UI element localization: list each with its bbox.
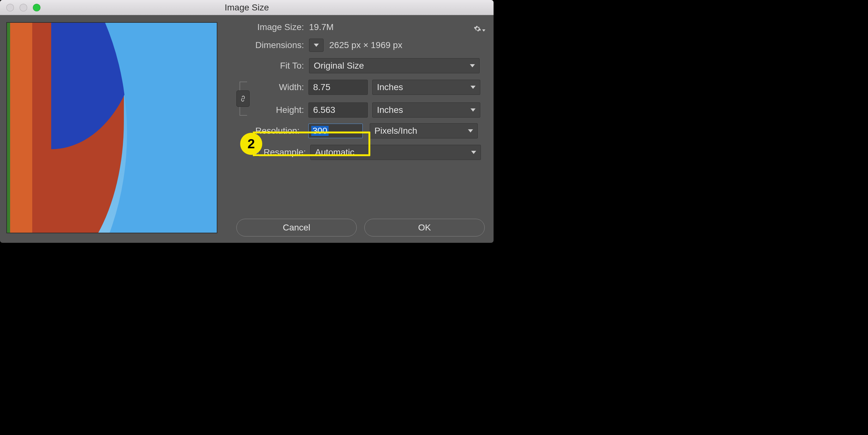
constrain-proportions-button[interactable] xyxy=(236,90,250,107)
resample-label: Resample: xyxy=(264,147,306,157)
settings-panel: Image Size: 19.7M Dimensions: 2625 px × … xyxy=(236,22,487,236)
settings-menu-button[interactable] xyxy=(473,23,485,35)
height-input[interactable]: 6.563 xyxy=(308,103,368,118)
resolution-label: Resolution: xyxy=(255,126,308,136)
fit-to-label: Fit To: xyxy=(236,61,309,71)
chevron-down-icon xyxy=(471,151,476,154)
dialog-buttons: Cancel OK xyxy=(236,219,487,236)
height-row: Height: 6.563 Inches xyxy=(255,103,480,118)
fit-to-row: Fit To: Original Size xyxy=(236,58,487,74)
dialog-body: Image Size: 19.7M Dimensions: 2625 px × … xyxy=(0,15,494,243)
dimensions-unit-dropdown[interactable] xyxy=(309,38,323,52)
window-minimize-button[interactable] xyxy=(20,4,27,11)
chevron-down-icon xyxy=(470,64,475,67)
constrain-proportions-group: Width: 8.75 Inches Height: 6.563 Inches xyxy=(236,80,487,118)
dimensions-label: Dimensions: xyxy=(236,40,309,50)
resolution-unit-select[interactable]: Pixels/Inch xyxy=(370,123,478,139)
chevron-down-icon xyxy=(482,29,485,32)
window-title: Image Size xyxy=(0,3,494,13)
window-controls xyxy=(0,4,40,11)
resample-row: Resample: Automatic xyxy=(255,145,487,160)
titlebar: Image Size xyxy=(0,0,494,15)
ok-button[interactable]: OK xyxy=(364,219,485,236)
dimensions-value: 2625 px × 1969 px xyxy=(329,40,402,50)
window-close-button[interactable] xyxy=(6,4,14,11)
fit-to-select[interactable]: Original Size xyxy=(309,58,480,74)
width-input[interactable]: 8.75 xyxy=(308,80,368,95)
chevron-down-icon xyxy=(470,109,475,112)
resample-select[interactable]: Automatic xyxy=(310,145,481,160)
resolution-input[interactable]: 300 xyxy=(308,124,363,138)
image-preview[interactable] xyxy=(6,22,217,233)
cancel-button[interactable]: Cancel xyxy=(236,219,357,236)
fit-to-value: Original Size xyxy=(314,61,364,71)
image-size-row: Image Size: 19.7M xyxy=(236,22,487,32)
chevron-down-icon xyxy=(470,86,475,89)
width-row: Width: 8.75 Inches xyxy=(255,80,480,95)
resolution-row: Resolution: 300 Pixels/Inch xyxy=(235,123,487,139)
width-label: Width: xyxy=(255,82,308,92)
gear-icon xyxy=(474,25,481,33)
chevron-down-icon xyxy=(314,44,319,47)
resolution-value: 300 xyxy=(311,126,329,136)
window-zoom-button[interactable] xyxy=(33,4,40,11)
image-size-label: Image Size: xyxy=(236,22,309,32)
dimensions-row: Dimensions: 2625 px × 1969 px xyxy=(236,38,487,52)
width-unit-select[interactable]: Inches xyxy=(372,80,480,95)
image-size-value: 19.7M xyxy=(309,22,334,32)
chevron-down-icon xyxy=(468,129,473,133)
height-unit-select[interactable]: Inches xyxy=(372,103,480,118)
link-icon xyxy=(240,95,246,102)
annotation-callout-2: 2 xyxy=(240,133,262,155)
image-size-dialog: Image Size Image Size: 19.7M Dimensions: xyxy=(0,0,494,243)
height-label: Height: xyxy=(255,105,308,115)
